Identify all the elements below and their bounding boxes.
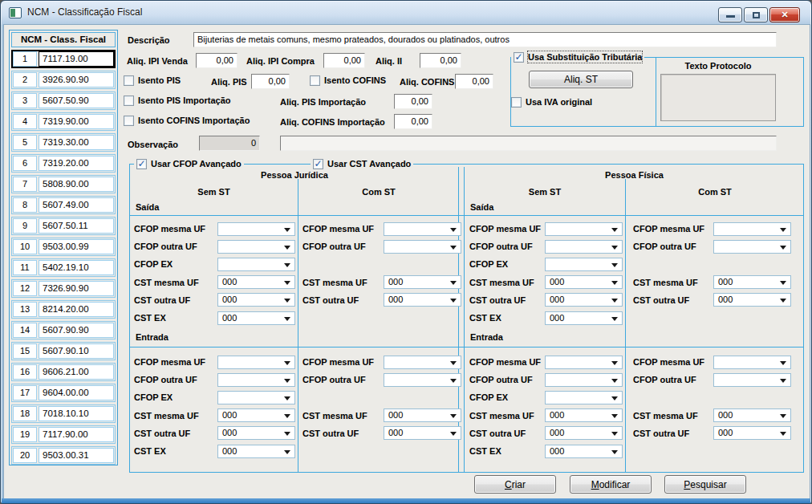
- cfop-outra-uf-select[interactable]: [384, 373, 461, 387]
- cst-ex-select[interactable]: 000: [545, 311, 623, 325]
- list-item[interactable]: 138214.20.00: [11, 300, 116, 319]
- cst-outra-uf-select[interactable]: 000: [384, 293, 461, 307]
- cfop-ex-select[interactable]: [545, 391, 623, 404]
- list-item[interactable]: 67319.20.00: [11, 154, 116, 173]
- pesquisar-button[interactable]: Pesquisar: [664, 475, 746, 494]
- cfop-mesma-uf-select[interactable]: [384, 222, 461, 236]
- minimize-button[interactable]: [718, 7, 742, 22]
- cst-outra-uf-select[interactable]: 000: [545, 293, 623, 307]
- list-item-code[interactable]: 7326.90.90: [39, 281, 114, 296]
- list-item[interactable]: 179604.00.00: [11, 384, 116, 402]
- list-item[interactable]: 197117.90.00: [11, 425, 116, 444]
- isento-pis-checkbox[interactable]: [124, 75, 134, 86]
- list-item[interactable]: 115402.19.10: [11, 258, 116, 277]
- list-item-code[interactable]: 9503.00.99: [39, 239, 114, 254]
- close-button[interactable]: ✕: [769, 7, 800, 22]
- modificar-button[interactable]: Modificar: [570, 475, 652, 494]
- descricao-input[interactable]: Bijuterias de metais comuns, mesmo prate…: [193, 32, 777, 47]
- cfop-ex-select[interactable]: [217, 391, 295, 404]
- maximize-button[interactable]: [744, 7, 768, 22]
- cfop-outra-uf-select[interactable]: [713, 373, 791, 387]
- cfop-outra-uf-select[interactable]: [217, 240, 295, 254]
- cst-outra-uf-select[interactable]: 000: [713, 426, 791, 440]
- cfop-ex-select[interactable]: [545, 258, 623, 271]
- list-item-code[interactable]: 9503.00.31: [39, 448, 114, 463]
- list-item-code[interactable]: 5607.50.90: [39, 93, 114, 108]
- aliq-pis-input[interactable]: 0,00: [251, 74, 290, 89]
- list-item-code[interactable]: 3926.90.90: [39, 72, 114, 87]
- aliq-cofins-importacao-input[interactable]: 0,00: [394, 114, 432, 129]
- cst-outra-uf-select[interactable]: 000: [384, 426, 461, 440]
- cfop-mesma-uf-select[interactable]: [384, 356, 461, 369]
- list-item-code[interactable]: 5607.90.90: [39, 323, 114, 338]
- list-item-code[interactable]: 5607.49.00: [39, 197, 114, 213]
- list-item-code[interactable]: 7117.90.00: [39, 427, 114, 442]
- list-item-code[interactable]: 7117.19.00: [39, 51, 114, 67]
- list-item-code[interactable]: 7018.10.10: [39, 406, 114, 421]
- observacao-count-input[interactable]: 0: [199, 136, 260, 151]
- texto-protocolo-box[interactable]: [660, 74, 776, 121]
- cfop-mesma-uf-select[interactable]: [713, 356, 791, 369]
- isento-cofins-importacao-checkbox[interactable]: [124, 116, 134, 126]
- aliq-cofins-input[interactable]: 0,00: [455, 74, 493, 89]
- list-item[interactable]: 35607.50.90: [11, 91, 116, 110]
- list-item-code[interactable]: 9606.21.00: [39, 364, 114, 380]
- aliq-ipi-venda-input[interactable]: 0,00: [196, 53, 238, 68]
- aliq-ipi-compra-input[interactable]: 0,00: [323, 53, 365, 68]
- list-item-code[interactable]: 8214.20.00: [39, 302, 114, 317]
- cfop-mesma-uf-select[interactable]: [217, 222, 295, 236]
- list-item-code[interactable]: 5607.90.10: [39, 343, 114, 359]
- usa-iva-checkbox[interactable]: [511, 97, 522, 108]
- list-item[interactable]: 209503.00.31: [11, 446, 116, 465]
- usa-substituicao-checkbox[interactable]: ✓: [514, 52, 524, 63]
- cst-mesma-uf-select[interactable]: 000: [713, 275, 791, 289]
- list-item-code[interactable]: 5607.50.11: [39, 218, 114, 234]
- list-item[interactable]: 23926.90.90: [11, 71, 116, 89]
- cfop-mesma-uf-select[interactable]: [713, 222, 791, 236]
- cfop-mesma-uf-select[interactable]: [217, 356, 295, 369]
- cfop-ex-select[interactable]: [217, 258, 295, 271]
- list-item[interactable]: 57319.30.00: [11, 133, 116, 152]
- list-item[interactable]: 155607.90.10: [11, 342, 116, 360]
- list-item-code[interactable]: 7319.20.00: [39, 156, 114, 171]
- cst-ex-select[interactable]: 000: [217, 311, 295, 325]
- cst-mesma-uf-select[interactable]: 000: [545, 408, 623, 422]
- isento-cofins-checkbox[interactable]: [310, 75, 320, 86]
- list-item[interactable]: 95607.50.11: [11, 217, 116, 235]
- list-item-code[interactable]: 7319.90.00: [39, 114, 114, 129]
- usar-cfop-avancado-checkbox[interactable]: ✓: [136, 159, 147, 169]
- list-item[interactable]: 187018.10.10: [11, 404, 116, 423]
- cst-mesma-uf-select[interactable]: 000: [713, 408, 791, 422]
- cst-ex-select[interactable]: 000: [545, 445, 623, 458]
- cst-outra-uf-select[interactable]: 000: [217, 293, 295, 307]
- list-item[interactable]: 85607.49.00: [11, 196, 116, 214]
- cfop-mesma-uf-select[interactable]: [545, 356, 623, 369]
- list-item[interactable]: 17117.19.00: [11, 50, 116, 68]
- cfop-outra-uf-select[interactable]: [384, 240, 461, 254]
- list-item[interactable]: 145607.90.90: [11, 321, 116, 339]
- cst-mesma-uf-select[interactable]: 000: [384, 275, 461, 289]
- cfop-mesma-uf-select[interactable]: [545, 222, 623, 236]
- list-item[interactable]: 109503.00.99: [11, 238, 116, 256]
- cst-outra-uf-select[interactable]: 000: [713, 293, 791, 307]
- list-item-code[interactable]: 9604.00.00: [39, 385, 114, 400]
- list-item[interactable]: 127326.90.90: [11, 279, 116, 298]
- aliq-ii-input[interactable]: 0,00: [420, 53, 461, 68]
- usar-cst-avancado-checkbox[interactable]: ✓: [313, 159, 323, 169]
- observacao-text-input[interactable]: [280, 136, 777, 151]
- cfop-outra-uf-select[interactable]: [713, 240, 791, 254]
- cst-mesma-uf-select[interactable]: 000: [384, 408, 461, 422]
- list-item[interactable]: 75808.90.00: [11, 175, 116, 193]
- cst-mesma-uf-select[interactable]: 000: [217, 275, 295, 289]
- cst-ex-select[interactable]: 000: [217, 445, 295, 458]
- list-item-code[interactable]: 7319.30.00: [39, 135, 114, 150]
- criar-button[interactable]: Criar: [474, 475, 556, 494]
- cst-outra-uf-select[interactable]: 000: [545, 426, 623, 440]
- isento-pis-importacao-checkbox[interactable]: [124, 96, 134, 106]
- aliq-pis-importacao-input[interactable]: 0,00: [394, 94, 432, 109]
- cst-mesma-uf-select[interactable]: 000: [217, 408, 295, 422]
- title-bar[interactable]: NCM - Classificação Fiscal ✕: [1, 1, 811, 25]
- aliq-st-button[interactable]: Aliq. ST: [529, 71, 633, 88]
- cfop-outra-uf-select[interactable]: [545, 240, 623, 254]
- list-item[interactable]: 47319.90.00: [11, 112, 116, 131]
